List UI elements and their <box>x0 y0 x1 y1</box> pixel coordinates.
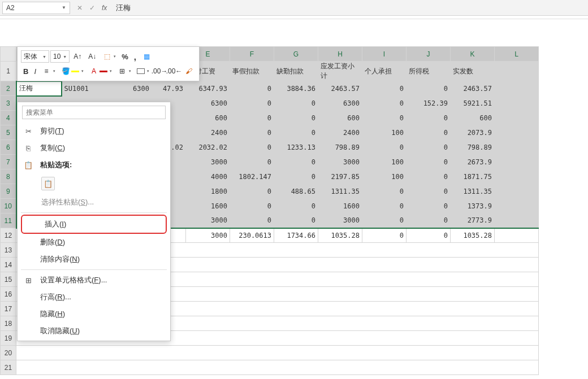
cell[interactable]: 2400 <box>186 125 230 140</box>
row-header[interactable]: 17 <box>1 302 16 316</box>
menu-hide[interactable]: 隐藏(H) <box>18 306 170 323</box>
cell[interactable]: 0 <box>230 155 274 169</box>
active-cell[interactable]: 汪梅 <box>16 81 62 96</box>
col-header[interactable]: L <box>495 47 539 62</box>
percent-button[interactable]: % <box>119 50 131 63</box>
cell[interactable]: 0 <box>274 199 318 214</box>
cell[interactable]: 1035.28 <box>451 228 495 243</box>
cell[interactable] <box>495 228 539 243</box>
cell[interactable]: 6347.93 <box>186 81 230 96</box>
row-header[interactable]: 11 <box>1 214 16 228</box>
font-size-select[interactable]: 10▼ <box>50 50 70 63</box>
col-header[interactable]: H <box>318 47 362 62</box>
cell[interactable]: 0 <box>274 96 318 111</box>
cell[interactable]: 1373.9 <box>451 199 495 214</box>
row-header[interactable]: 4 <box>1 111 16 125</box>
cell[interactable]: 230.0613 <box>230 228 274 243</box>
cell[interactable]: 事假扣款 <box>230 62 274 81</box>
menu-row-height[interactable]: 行高(R)... <box>18 289 170 306</box>
cell[interactable]: 3000 <box>186 214 230 228</box>
cell[interactable] <box>16 360 539 375</box>
cell[interactable]: 0 <box>274 111 318 125</box>
increase-decimal-button[interactable]: .00→ <box>153 65 166 77</box>
cell[interactable] <box>495 199 539 214</box>
cell[interactable]: 3000 <box>318 155 362 169</box>
menu-paste-special[interactable]: 选择性粘贴(S)... <box>18 194 170 211</box>
cell[interactable] <box>495 214 539 228</box>
cell[interactable]: 3000 <box>186 155 230 169</box>
cell[interactable] <box>495 111 539 125</box>
align-button[interactable]: ≡▾ <box>40 65 58 77</box>
cell[interactable]: 1311.35 <box>318 184 362 199</box>
col-header[interactable]: G <box>274 47 318 62</box>
cell[interactable]: 0 <box>407 140 451 155</box>
decrease-font-button[interactable]: A↓ <box>85 50 99 63</box>
cell[interactable]: 应发工资小计 <box>318 62 362 81</box>
cell[interactable]: 47.93 <box>152 81 186 96</box>
cell[interactable]: 0 <box>230 199 274 214</box>
cell[interactable]: 0 <box>230 111 274 125</box>
menu-format-cells[interactable]: ⊞ 设置单元格格式(F)... <box>18 272 170 289</box>
cell[interactable]: 152.39 <box>407 96 451 111</box>
row-header-1[interactable]: 1 <box>1 62 16 81</box>
cell[interactable]: 0 <box>407 228 451 243</box>
cell[interactable] <box>495 184 539 199</box>
row-header[interactable]: 13 <box>1 243 16 258</box>
cell[interactable]: 0 <box>362 96 407 111</box>
increase-font-button[interactable]: A↑ <box>71 50 84 63</box>
cell[interactable]: 6300 <box>186 96 230 111</box>
cell[interactable]: 488.65 <box>274 184 318 199</box>
menu-copy[interactable]: ⎘ 复制(C) <box>18 140 170 156</box>
menu-cut[interactable]: ✂ 剪切(T) <box>18 123 170 140</box>
row-header[interactable]: 10 <box>1 199 16 214</box>
cell[interactable]: 1800 <box>186 184 230 199</box>
cell[interactable]: 0 <box>407 199 451 214</box>
cell[interactable]: 0 <box>407 125 451 140</box>
row-header-2[interactable]: 2 <box>1 81 16 96</box>
cell[interactable]: 0 <box>274 169 318 184</box>
cell[interactable]: 1871.75 <box>451 169 495 184</box>
cell[interactable]: 2673.9 <box>451 155 495 169</box>
paste-option-icon[interactable]: 📋 <box>41 177 55 190</box>
cell[interactable] <box>495 155 539 169</box>
cell[interactable]: 100 <box>362 125 407 140</box>
cell[interactable]: 实发数 <box>451 62 495 81</box>
menu-insert[interactable]: 插入(I) <box>21 215 167 234</box>
format-painter-button[interactable]: 🖌 <box>182 65 196 77</box>
row-header[interactable]: 7 <box>1 155 16 169</box>
italic-button[interactable]: I <box>32 65 38 77</box>
cell[interactable]: 798.89 <box>318 140 362 155</box>
row-header[interactable]: 9 <box>1 184 16 199</box>
cell[interactable]: 2032.02 <box>186 140 230 155</box>
cell[interactable]: 0 <box>230 125 274 140</box>
cell[interactable]: 2197.85 <box>318 169 362 184</box>
cell[interactable]: 1311.35 <box>451 184 495 199</box>
cell[interactable]: 0 <box>274 214 318 228</box>
cell[interactable]: 0 <box>274 125 318 140</box>
cell[interactable]: 0 <box>407 169 451 184</box>
cell[interactable]: 3000 <box>318 214 362 228</box>
cell[interactable]: 1600 <box>318 199 362 214</box>
cancel-icon[interactable]: ✕ <box>77 4 83 12</box>
cell[interactable]: 0 <box>362 228 407 243</box>
cell[interactable]: 0 <box>407 155 451 169</box>
cell[interactable]: 0 <box>230 214 274 228</box>
border-button[interactable]: ⊞▾ <box>115 65 133 77</box>
fx-icon[interactable]: fx <box>102 4 107 12</box>
row-header[interactable]: 8 <box>1 169 16 184</box>
row-header[interactable]: 18 <box>1 316 16 331</box>
confirm-icon[interactable]: ✓ <box>89 4 95 12</box>
cell[interactable]: 1233.13 <box>274 140 318 155</box>
cell[interactable]: 4000 <box>186 169 230 184</box>
select-all-corner[interactable] <box>1 47 16 62</box>
cell[interactable]: 0 <box>407 184 451 199</box>
cell[interactable]: 6300 <box>107 81 152 96</box>
cell[interactable]: 0 <box>362 111 407 125</box>
menu-search-input[interactable] <box>22 106 166 119</box>
row-header[interactable]: 19 <box>1 331 16 346</box>
cell[interactable]: 0 <box>407 111 451 125</box>
row-header[interactable]: 3 <box>1 96 16 111</box>
row-header[interactable]: 6 <box>1 140 16 155</box>
cell[interactable]: 缺勤扣款 <box>274 62 318 81</box>
cell[interactable]: 0 <box>407 214 451 228</box>
